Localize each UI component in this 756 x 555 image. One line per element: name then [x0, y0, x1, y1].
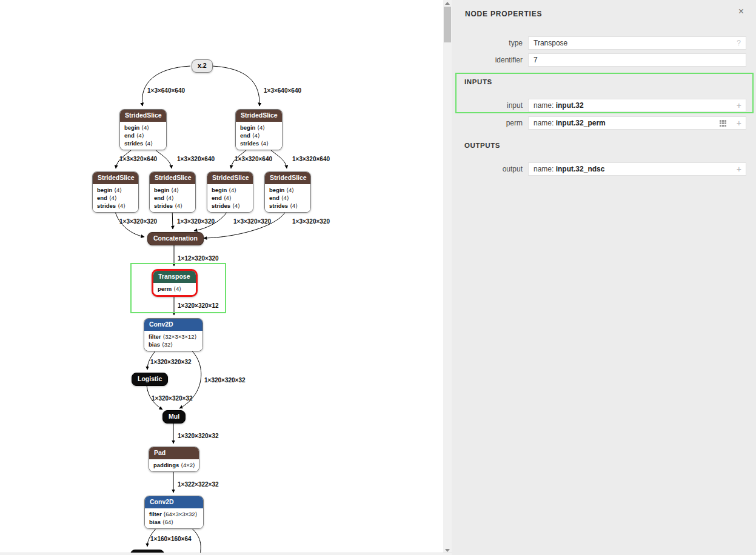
input-label: input: [452, 101, 523, 110]
node-stridedslice-2[interactable]: StridedSlice begin⟨4⟩ end⟨4⟩ strides⟨4⟩: [235, 109, 283, 150]
node-conv2d-2[interactable]: Conv2D filter⟨64×3×3×32⟩ bias⟨64⟩: [144, 496, 204, 529]
node-conv2d-1[interactable]: Conv2D filter⟨32×3×3×12⟩ bias⟨32⟩: [144, 318, 203, 351]
scroll-up-icon[interactable]: [445, 2, 450, 5]
edge-label: 1×320×320×32: [152, 395, 193, 402]
node-transpose-selected[interactable]: Transpose perm⟨4⟩: [152, 269, 198, 297]
node-properties-panel: NODE PROPERTIES × type Transpose ? ident…: [452, 0, 756, 555]
node-stridedslice-4[interactable]: StridedSlice begin⟨4⟩ end⟨4⟩ strides⟨4⟩: [149, 171, 196, 213]
identifier-field[interactable]: 7: [528, 53, 746, 67]
edge-label: 1×3×320×320: [233, 218, 271, 225]
panel-title: NODE PROPERTIES: [465, 10, 542, 18]
edge-label: 1×12×320×320: [178, 255, 219, 262]
edge-label: 1×3×640×640: [147, 87, 185, 94]
type-field[interactable]: Transpose ?: [528, 36, 746, 50]
scroll-down-icon[interactable]: [445, 549, 450, 552]
node-header: Pad: [149, 447, 199, 459]
node-logistic[interactable]: Logistic: [132, 373, 168, 386]
output-field[interactable]: name: input.32_ndsc +: [528, 162, 746, 176]
node-stridedslice-6[interactable]: StridedSlice begin⟨4⟩ end⟨4⟩ strides⟨4⟩: [264, 171, 311, 213]
edge-label: 1×320×320×32: [150, 359, 192, 365]
node-header: StridedSlice: [265, 172, 310, 184]
edge-label: 1×322×322×32: [178, 481, 219, 488]
edge-label: 1×320×320×32: [178, 433, 219, 439]
name-prefix: name:: [534, 165, 554, 173]
help-icon[interactable]: ?: [737, 39, 741, 47]
identifier-value: 7: [534, 56, 538, 64]
horizontal-scrollbar[interactable]: [0, 553, 452, 555]
node-attrs: filter⟨32×3×3×12⟩ bias⟨32⟩: [144, 331, 202, 351]
node-header: Transpose: [153, 271, 196, 283]
panel-scrollbar[interactable]: [443, 0, 452, 555]
node-attrs: begin⟨4⟩ end⟨4⟩ strides⟨4⟩: [207, 184, 253, 212]
plus-icon[interactable]: +: [737, 101, 741, 110]
edge-label: 1×3×640×640: [264, 87, 301, 94]
name-prefix: name:: [534, 119, 554, 127]
input-field[interactable]: name: input.32 +: [528, 99, 746, 112]
tensor-grid-icon[interactable]: [720, 120, 728, 128]
edge-label: 1×160×160×64: [150, 536, 192, 542]
node-attrs: begin⟨4⟩ end⟨4⟩ strides⟨4⟩: [150, 184, 195, 212]
node-concatenation[interactable]: Concatenation: [147, 232, 204, 245]
node-stridedslice-3[interactable]: StridedSlice begin⟨4⟩ end⟨4⟩ strides⟨4⟩: [92, 171, 139, 213]
inputs-header: INPUTS: [464, 78, 492, 85]
type-value: Transpose: [534, 39, 567, 47]
perm-label: perm: [452, 119, 523, 127]
node-attrs: begin⟨4⟩ end⟨4⟩ strides⟨4⟩: [93, 184, 138, 212]
node-header: StridedSlice: [236, 110, 282, 122]
edge-label: 1×3×320×640: [119, 156, 157, 162]
node-header: StridedSlice: [150, 172, 195, 184]
node-header: StridedSlice: [93, 172, 138, 184]
node-pad[interactable]: Pad paddings⟨4×2⟩: [149, 447, 199, 472]
input-value: input.32: [556, 101, 584, 110]
node-header: Conv2D: [144, 319, 202, 331]
outputs-header: OUTPUTS: [464, 142, 500, 149]
node-attrs: begin⟨4⟩ end⟨4⟩ strides⟨4⟩: [120, 122, 166, 150]
node-mul[interactable]: Mul: [162, 410, 186, 424]
node-attrs: paddings⟨4×2⟩: [149, 459, 199, 471]
node-input-x2[interactable]: x.2: [192, 59, 213, 73]
node-title: Concatenation: [153, 234, 198, 242]
edge-label: 1×3×320×320: [119, 218, 157, 225]
node-title: Mul: [169, 413, 179, 420]
node-header: StridedSlice: [207, 172, 253, 184]
edge-label: 1×320×320×12: [178, 302, 219, 309]
node-header: StridedSlice: [120, 110, 166, 122]
node-title: x.2: [198, 62, 207, 69]
node-title: Logistic: [138, 375, 162, 382]
node-attrs: perm⟨4⟩: [153, 283, 196, 295]
type-label: type: [452, 39, 523, 47]
output-value: input.32_ndsc: [556, 165, 605, 173]
scrollbar-thumb[interactable]: [444, 7, 451, 42]
edge-label: 1×3×320×640: [292, 156, 330, 162]
edge-label: 1×3×320×640: [177, 156, 215, 162]
edge-label: 1×3×320×320: [177, 218, 215, 225]
edge-label: 1×3×320×320: [292, 218, 330, 225]
perm-value: input.32_perm: [556, 119, 606, 127]
output-label: output: [452, 165, 523, 173]
edge-label: 1×320×320×32: [204, 377, 246, 384]
plus-icon[interactable]: +: [737, 164, 741, 174]
edge-label: 1×3×320×640: [235, 156, 272, 162]
node-attrs: begin⟨4⟩ end⟨4⟩ strides⟨4⟩: [265, 184, 310, 212]
node-stridedslice-5[interactable]: StridedSlice begin⟨4⟩ end⟨4⟩ strides⟨4⟩: [207, 171, 253, 213]
node-attrs: filter⟨64×3×3×32⟩ bias⟨64⟩: [145, 508, 203, 528]
identifier-label: identifier: [452, 56, 523, 64]
plus-icon[interactable]: +: [737, 118, 741, 128]
node-header: Conv2D: [145, 496, 203, 508]
graph-canvas[interactable]: x.2 StridedSlice begin⟨4⟩ end⟨4⟩ strides…: [0, 0, 443, 555]
node-attrs: begin⟨4⟩ end⟨4⟩ strides⟨4⟩: [236, 122, 282, 150]
perm-field[interactable]: name: input.32_perm +: [528, 116, 746, 130]
name-prefix: name:: [534, 101, 554, 110]
node-stridedslice-1[interactable]: StridedSlice begin⟨4⟩ end⟨4⟩ strides⟨4⟩: [119, 109, 167, 150]
close-icon[interactable]: ×: [738, 7, 744, 16]
